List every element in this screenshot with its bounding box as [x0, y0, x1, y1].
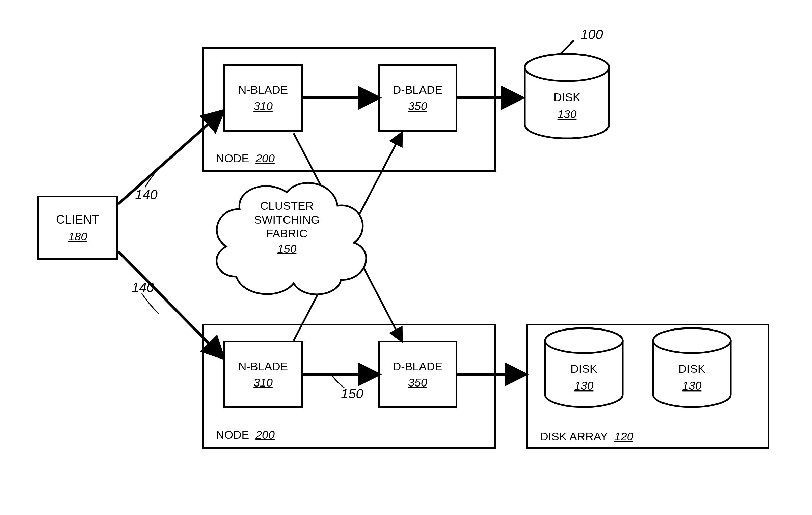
svg-point-10 — [525, 54, 609, 81]
fabric-ref-ov: 150 — [243, 242, 331, 255]
disk-top-label: DISK — [553, 91, 580, 104]
svg-point-9 — [525, 54, 609, 81]
node-top-caption-ref: 200 — [255, 152, 275, 165]
node-bottom-caption-prefix: NODE — [216, 428, 249, 441]
node-bottom-nblade: N-BLADE 310 — [223, 341, 303, 408]
dblade2-label: D-BLADE — [393, 360, 442, 373]
link-top-ref-label: 140 — [135, 187, 158, 202]
node-bottom-caption-ref: 200 — [255, 428, 275, 441]
diagram-canvas: CLIENT 180 N-BLADE 310 D-BLADE 350 NODE … — [0, 0, 812, 515]
disk-array-caption-prefix: DISK ARRAY — [540, 430, 608, 443]
inner-link-ref-label: 150 — [341, 386, 363, 401]
nblade-label: N-BLADE — [238, 83, 288, 97]
fabric-line3-ov: FABRIC — [243, 227, 331, 240]
node-top-caption-prefix: NODE — [216, 152, 249, 165]
nblade-ref: 310 — [253, 99, 273, 113]
node-top-dblade: D-BLADE 350 — [378, 64, 457, 132]
dblade-ref: 350 — [408, 99, 427, 113]
disk-array-caption: DISK ARRAY 120 — [540, 430, 633, 443]
node-bottom-caption: NODE 200 — [216, 428, 275, 441]
nblade2-ref: 310 — [253, 376, 273, 389]
node-top-caption: NODE 200 — [216, 152, 275, 165]
svg-line-0 — [540, 40, 574, 74]
node-top-nblade: N-BLADE 310 — [223, 64, 303, 132]
client-ref: 180 — [68, 230, 87, 243]
nblade2-label: N-BLADE — [238, 360, 288, 373]
link-bottom-ref-label: 140 — [132, 280, 154, 295]
client-label: CLIENT — [56, 212, 99, 227]
fabric-line2-ov: SWITCHING — [243, 213, 331, 227]
dblade2-ref: 350 — [408, 376, 427, 389]
disk-top-ref: 130 — [558, 108, 577, 120]
node-bottom-dblade: D-BLADE 350 — [378, 341, 457, 408]
fabric-line1-ov: CLUSTER — [243, 199, 331, 213]
fabric-text-overlay: CLUSTER SWITCHING FABRIC 150 — [243, 199, 331, 255]
disk-top-cylinder: DISK 130 — [525, 54, 609, 138]
dblade-label: D-BLADE — [393, 83, 442, 97]
client-box: CLIENT 180 — [37, 196, 118, 260]
disk-array-caption-ref: 120 — [614, 430, 633, 443]
system-ref-label: 100 — [580, 27, 603, 42]
